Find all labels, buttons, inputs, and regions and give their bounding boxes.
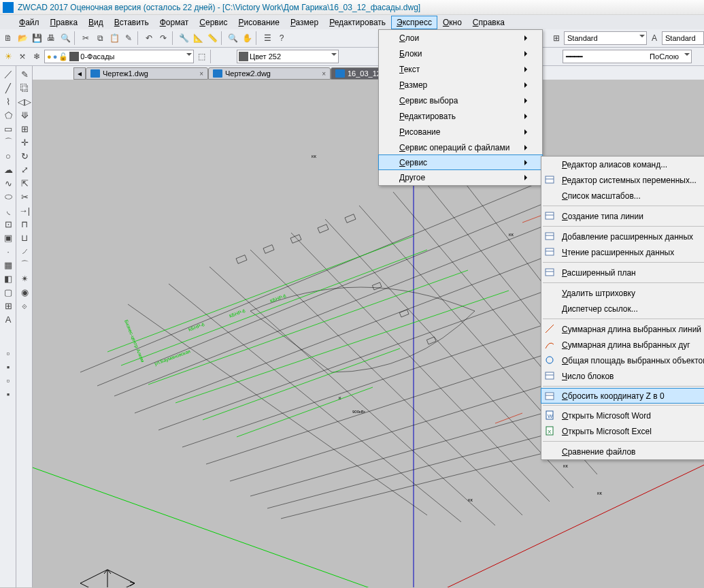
submenu-item[interactable]: Суммарная длина выбранных дуг [541,337,704,353]
menu-окно[interactable]: Окно [437,16,467,29]
rotate-icon[interactable]: ↻ [18,149,31,163]
open-icon[interactable]: 📂 [16,31,29,45]
menu-item[interactable]: Блоки [379,46,542,61]
submenu-item[interactable]: Суммарная длина выбранных линий [541,321,704,337]
chamfer-icon[interactable]: ⟋ [18,244,31,258]
menu-сервис[interactable]: Сервис [194,16,233,29]
submenu-item[interactable]: Расширенный план [541,265,704,280]
submenu-item[interactable]: Создание типа линии [541,208,704,224]
new-icon[interactable]: 🗎 [1,31,15,45]
props-icon[interactable]: ☰ [261,31,274,45]
dimstyle-combo[interactable]: Standard [564,31,647,45]
layer-freeze-icon[interactable]: ❄ [30,50,44,63]
menu-item[interactable]: Другое [379,169,542,185]
layer-tool4-icon[interactable]: ▪ [1,387,15,401]
menu-item[interactable]: Рисование [379,124,542,140]
ellipse-arc-icon[interactable]: ◟ [1,203,15,217]
layer-tool3-icon[interactable]: ▫ [1,374,15,387]
menu-формат[interactable]: Формат [154,16,195,29]
zoom-icon[interactable]: 🔍 [226,31,239,45]
misc2-icon[interactable]: 📐 [191,31,205,45]
move-icon[interactable]: ✛ [18,135,31,149]
redo-icon[interactable]: ↷ [156,31,170,45]
construction-line-icon[interactable]: ╱ [1,81,15,95]
hatch-icon[interactable]: ▦ [1,258,15,272]
file-tab[interactable]: Чертеж2.dwg× [208,67,331,80]
file-tab[interactable]: Чертеж1.dwg× [86,67,208,80]
menu-вид[interactable]: Вид [83,16,109,29]
submenu-item[interactable]: Редактор системных переменных... [541,172,704,188]
print-icon[interactable]: 🖶 [44,31,58,45]
break-icon[interactable]: ⊓ [18,217,31,231]
gradient-icon[interactable]: ◧ [1,272,15,285]
tab-scroll-left[interactable]: ◂ [73,67,86,80]
line-icon[interactable]: ／ [1,67,15,81]
polygon-icon[interactable]: ⬠ [1,108,15,122]
menu-экспресс[interactable]: Экспресс [391,16,437,29]
save-icon[interactable]: 💾 [30,31,44,45]
layer-states-icon[interactable]: ⤧ [16,50,29,63]
erase-icon[interactable]: ✎ [18,67,31,81]
textstyle-combo[interactable]: Standard [662,31,704,45]
fillet-icon[interactable]: ⌒ [18,258,31,272]
submenu-item[interactable]: Диспетчер ссылок... [541,301,704,316]
submenu-item[interactable]: Удалить штриховку [541,285,704,301]
make-block-icon[interactable]: ▣ [1,231,15,244]
submenu-item[interactable]: Чтение расширенных данных [541,244,704,260]
submenu-item[interactable]: Добавление расширенных данных [541,229,704,244]
spline-icon[interactable]: ∿ [1,176,15,190]
layer-tool1-icon[interactable]: ▫ [1,346,15,360]
pan-icon[interactable]: ✋ [240,31,254,45]
submenu-item[interactable]: Сравнение файлов [541,444,704,459]
rectangle-icon[interactable]: ▭ [1,122,15,135]
undo-icon[interactable]: ↶ [142,31,156,45]
extend-icon[interactable]: →| [18,203,31,217]
linetype-combo[interactable]: ━━━━ ПоСлою [563,50,692,63]
mirror-icon[interactable]: ◁▷ [18,95,31,108]
stretch-icon[interactable]: ⇱ [18,176,31,190]
menu-размер[interactable]: Размер [285,16,324,29]
explode-icon[interactable]: ✴ [18,272,31,285]
misc3-icon[interactable]: 📏 [205,31,219,45]
menu-справка[interactable]: Справка [467,16,510,29]
express-menu[interactable]: СлоиБлокиТекстРазмерСервис выбораРедакти… [378,29,543,186]
submenu-item[interactable]: Список масштабов... [541,188,704,203]
join-icon[interactable]: ⊔ [18,231,31,244]
modify-extra-icon[interactable]: ◉ [18,285,31,299]
color-combo[interactable]: Цвет 252 [237,50,339,63]
help-icon[interactable]: ? [275,31,288,45]
polyline-icon[interactable]: ⌇ [1,95,15,108]
submenu-item[interactable]: Сбросить координату Z в 0 [541,388,704,404]
point-icon[interactable]: · [1,244,15,258]
menu-рисование[interactable]: Рисование [233,16,284,29]
revcloud-icon[interactable]: ☁ [1,163,15,176]
submenu-item[interactable]: XОткрыть Microsoft Excel [541,423,704,439]
menu-редактировать[interactable]: Редактировать [324,16,391,29]
modify-extra2-icon[interactable]: ⟐ [18,299,31,312]
circle-icon[interactable]: ○ [1,149,15,163]
array-icon[interactable]: ⊞ [18,122,31,135]
submenu-item[interactable]: WОткрыть Microsoft Word [541,408,704,423]
menu-item[interactable]: Сервис выбора [379,93,542,108]
region-icon[interactable]: ▢ [1,285,15,299]
ellipse-icon[interactable]: ⬭ [1,190,15,203]
textstyle-icon[interactable]: A [648,31,661,45]
menu-файл[interactable]: Файл [14,16,45,29]
paste-icon[interactable]: 📋 [107,31,121,45]
layer-tool-icon[interactable]: ⬚ [195,50,208,63]
menu-item[interactable]: Редактировать [379,108,542,124]
insert-block-icon[interactable]: ⊡ [1,217,15,231]
menu-item[interactable]: Сервис [378,154,543,170]
table-icon[interactable]: ⊞ [1,299,15,312]
submenu-item[interactable]: Общая площадь выбранных объектов [541,353,704,368]
match-icon[interactable]: ✎ [122,31,135,45]
menu-item[interactable]: Текст [379,61,542,77]
mtext-icon[interactable]: A [1,312,15,326]
menu-item[interactable]: Размер [379,77,542,93]
menu-item[interactable]: Сервис операций с файлами [379,140,542,155]
menu-правка[interactable]: Правка [45,16,84,29]
menu-item[interactable]: Слои [379,30,542,46]
service-submenu[interactable]: Редактор алиасов команд...Редактор систе… [541,156,704,460]
layer-tool2-icon[interactable]: ▪ [1,360,15,374]
preview-icon[interactable]: 🔍 [58,31,72,45]
